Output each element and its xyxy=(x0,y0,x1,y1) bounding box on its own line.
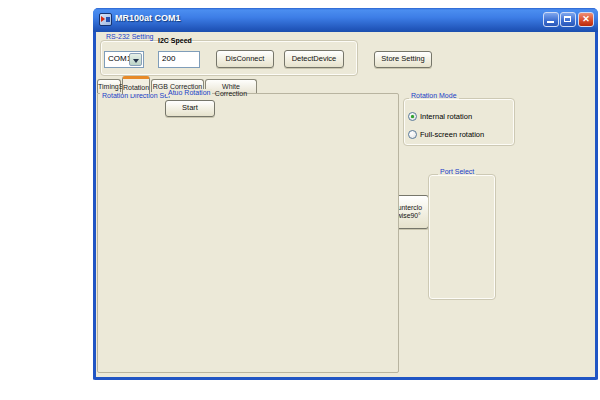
port-select-groupbox xyxy=(428,174,496,300)
close-icon: ✕ xyxy=(582,14,590,24)
tab-white-correction[interactable]: White Correction xyxy=(205,79,257,93)
app-icon xyxy=(99,13,112,26)
com-port-select[interactable]: COM1 xyxy=(104,51,144,68)
radio-fullscreen-rotation-label: Full-screen rotation xyxy=(420,130,484,139)
start-button[interactable]: Start xyxy=(165,100,215,117)
radio-internal-rotation[interactable]: Internal rotation xyxy=(408,111,472,121)
rs232-group-label: RS-232 Setting xyxy=(104,33,155,40)
radio-internal-rotation-circle xyxy=(408,112,417,121)
tab-rotation[interactable]: Rotation xyxy=(122,76,150,94)
chevron-down-icon[interactable] xyxy=(129,53,142,66)
maximize-button[interactable] xyxy=(560,12,576,27)
radio-fullscreen-rotation-circle xyxy=(408,130,417,139)
close-button[interactable]: ✕ xyxy=(578,12,594,27)
auto-rotation-group-label: Atuo Rotation xyxy=(166,89,212,96)
radio-internal-rotation-label: Internal rotation xyxy=(420,112,472,121)
i2c-speed-input[interactable]: 200 xyxy=(158,51,200,68)
port-select-group-label: Port Select xyxy=(438,168,476,175)
app-window: MR100at COM1 ✕ RS-232 Setting COM1 I2C S… xyxy=(93,8,598,380)
window-title: MR100at COM1 xyxy=(115,13,181,23)
store-setting-button[interactable]: Store Setting xyxy=(374,51,432,68)
i2c-speed-label: I2C Speed xyxy=(158,37,192,44)
client-area: RS-232 Setting COM1 I2C Speed 200 DisCon… xyxy=(96,32,595,377)
radio-fullscreen-rotation[interactable]: Full-screen rotation xyxy=(408,129,484,139)
rotation-tab-page xyxy=(97,93,399,373)
title-bar: MR100at COM1 ✕ xyxy=(93,8,598,32)
tab-timingset[interactable]: TimingSet xyxy=(97,79,121,93)
detect-device-button[interactable]: DetectDevice xyxy=(284,50,344,68)
disconnect-button[interactable]: DisConnect xyxy=(216,50,274,68)
rotation-mode-group-label: Rotation Mode xyxy=(409,92,459,99)
com-port-value: COM1 xyxy=(108,54,131,63)
minimize-button[interactable] xyxy=(543,12,559,27)
i2c-speed-value: 200 xyxy=(162,54,175,63)
